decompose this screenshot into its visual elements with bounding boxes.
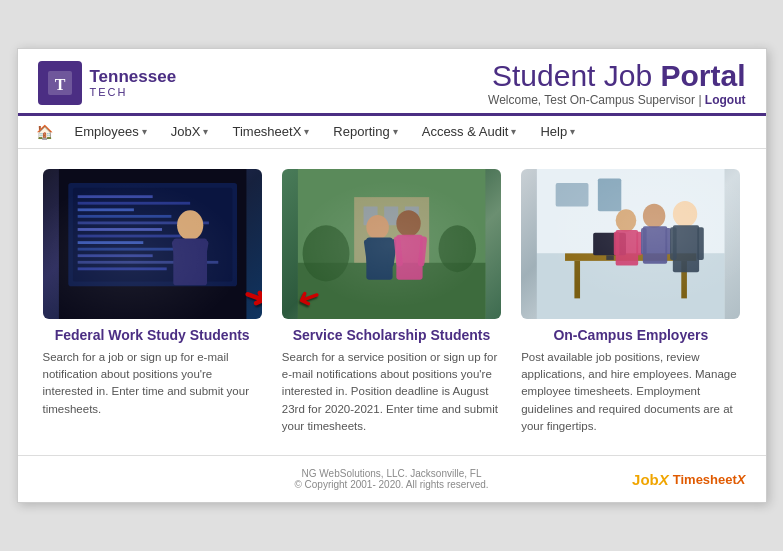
nav-home-button[interactable]: 🏠 <box>28 116 61 148</box>
logo-icon: T <box>38 61 82 105</box>
svg-rect-5 <box>77 195 152 198</box>
svg-point-23 <box>302 225 349 281</box>
chevron-down-icon: ▾ <box>203 126 208 137</box>
svg-rect-27 <box>384 206 398 225</box>
svg-rect-9 <box>77 221 208 224</box>
svg-rect-48 <box>616 230 639 266</box>
nav-employees[interactable]: Employees ▾ <box>65 116 157 147</box>
svg-rect-34 <box>396 235 422 280</box>
svg-point-51 <box>643 204 666 228</box>
cards-row: ➜ Federal Work Study Students Search for… <box>43 169 741 435</box>
nav-access-audit[interactable]: Access & Audit ▾ <box>412 116 527 147</box>
svg-rect-22 <box>298 263 486 319</box>
svg-point-24 <box>438 225 476 272</box>
svg-point-47 <box>616 209 637 232</box>
footer-logos: JobX TimesheetX <box>489 471 746 488</box>
svg-rect-16 <box>77 267 166 270</box>
card-image-1: ➜ <box>43 169 262 319</box>
svg-rect-21 <box>298 169 486 319</box>
arrow-icon-1: ➜ <box>239 278 262 317</box>
svg-rect-58 <box>697 227 704 260</box>
svg-rect-44 <box>681 261 687 299</box>
svg-rect-18 <box>173 238 207 285</box>
nav-timesheetx[interactable]: TimesheetX ▾ <box>222 116 319 147</box>
nav-bar: 🏠 Employees ▾ JobX ▾ TimesheetX ▾ Report… <box>18 116 766 149</box>
chevron-down-icon: ▾ <box>570 126 575 137</box>
timesheetx-footer-logo: TimesheetX <box>673 472 746 487</box>
card-title-1[interactable]: Federal Work Study Students <box>55 327 250 343</box>
svg-rect-41 <box>598 178 621 211</box>
svg-rect-50 <box>636 232 642 255</box>
logo-text: Tennessee TECH <box>90 68 177 99</box>
svg-rect-31 <box>363 239 373 268</box>
svg-rect-37 <box>537 169 725 319</box>
svg-rect-10 <box>77 228 161 231</box>
card-desc-2: Search for a service position or sign up… <box>282 349 501 435</box>
svg-rect-54 <box>666 228 672 254</box>
header: T Tennessee TECH Student Job Portal Welc… <box>18 49 766 116</box>
title-area: Student Job Portal Welcome, Test On-Camp… <box>488 59 745 107</box>
arrow-icon-2: ➜ <box>292 278 325 317</box>
svg-rect-12 <box>77 241 143 244</box>
footer-text: NG WebSolutions, LLC. Jacksonville, FL ©… <box>294 468 488 490</box>
page-wrapper: T Tennessee TECH Student Job Portal Welc… <box>17 48 767 503</box>
main-content: ➜ Federal Work Study Students Search for… <box>18 149 766 455</box>
logo-tech: TECH <box>90 86 177 98</box>
card-image-3 <box>521 169 740 319</box>
svg-rect-56 <box>673 225 699 272</box>
logo-tennessee: Tennessee <box>90 68 177 87</box>
svg-rect-3 <box>68 183 237 286</box>
logo-area: T Tennessee TECH <box>38 61 177 105</box>
svg-point-17 <box>177 210 203 240</box>
svg-rect-7 <box>77 208 133 211</box>
card-service-scholarship: ➜ Service Scholarship Students Search fo… <box>282 169 501 435</box>
footer: NG WebSolutions, LLC. Jacksonville, FL ©… <box>18 455 766 502</box>
portal-title: Student Job Portal <box>488 59 745 93</box>
chevron-down-icon: ▾ <box>393 126 398 137</box>
nav-jobx[interactable]: JobX ▾ <box>161 116 219 147</box>
svg-text:T: T <box>54 76 65 93</box>
svg-rect-25 <box>354 197 429 263</box>
svg-rect-13 <box>77 248 199 251</box>
svg-point-33 <box>396 210 420 236</box>
card-employers: On-Campus Employers Post available job p… <box>521 169 740 435</box>
svg-rect-35 <box>393 236 403 267</box>
svg-rect-42 <box>565 253 696 261</box>
svg-rect-14 <box>77 254 152 257</box>
svg-rect-46 <box>606 255 614 260</box>
logout-link[interactable]: Logout <box>705 93 746 107</box>
chevron-down-icon: ▾ <box>511 126 516 137</box>
svg-rect-15 <box>77 261 218 264</box>
svg-rect-8 <box>77 215 171 218</box>
welcome-line: Welcome, Test On-Campus Supervisor | Log… <box>488 93 745 107</box>
svg-rect-45 <box>593 233 626 256</box>
svg-rect-6 <box>77 202 190 205</box>
svg-rect-57 <box>670 227 677 260</box>
card-title-3[interactable]: On-Campus Employers <box>553 327 708 343</box>
svg-rect-40 <box>556 183 589 206</box>
svg-rect-11 <box>77 235 180 238</box>
card-image-2: ➜ <box>282 169 501 319</box>
svg-rect-28 <box>405 206 419 225</box>
svg-rect-2 <box>58 169 246 319</box>
svg-rect-49 <box>614 232 620 255</box>
nav-help[interactable]: Help ▾ <box>530 116 585 147</box>
card-desc-3: Post available job positions, review app… <box>521 349 740 435</box>
svg-rect-39 <box>537 253 725 319</box>
svg-rect-52 <box>643 226 667 264</box>
svg-rect-36 <box>417 236 427 267</box>
svg-rect-4 <box>72 188 231 282</box>
svg-rect-19 <box>171 239 184 273</box>
svg-rect-32 <box>387 239 397 268</box>
chevron-down-icon: ▾ <box>142 126 147 137</box>
svg-point-29 <box>366 215 389 239</box>
svg-rect-26 <box>363 206 377 225</box>
card-title-2[interactable]: Service Scholarship Students <box>293 327 491 343</box>
nav-reporting[interactable]: Reporting ▾ <box>323 116 407 147</box>
chevron-down-icon: ▾ <box>304 126 309 137</box>
card-federal-work-study: ➜ Federal Work Study Students Search for… <box>43 169 262 435</box>
jobx-footer-logo: JobX <box>632 471 669 488</box>
card-desc-1: Search for a job or sign up for e-mail n… <box>43 349 262 418</box>
svg-rect-30 <box>366 237 392 279</box>
svg-point-55 <box>673 201 697 227</box>
